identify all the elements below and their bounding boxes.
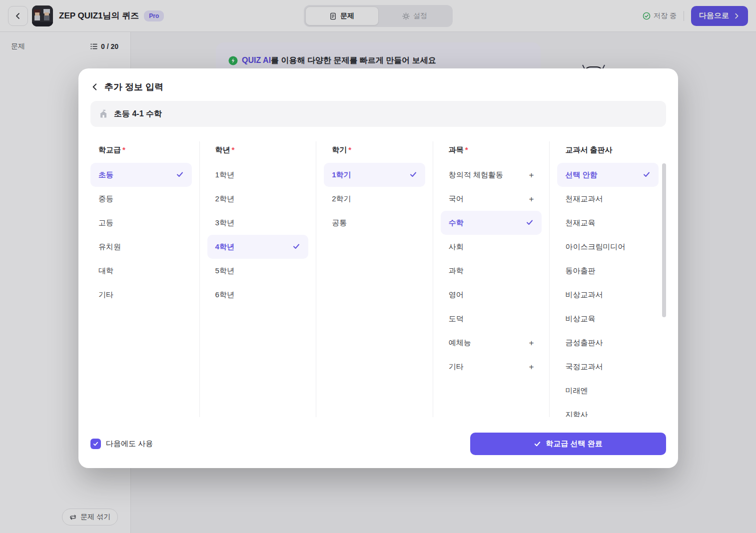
option-grade-5[interactable]: 6학년 xyxy=(207,283,309,307)
column-subject: 과목*창의적 체험활동+국어+수학사회과학영어도덕예체능+기타+ xyxy=(433,141,550,417)
option-label: 중등 xyxy=(98,194,113,204)
option-label: 미래엔 xyxy=(565,386,588,396)
column-semester: 학기*1학기2학기공통 xyxy=(316,141,433,417)
option-school-level-1[interactable]: 중등 xyxy=(90,187,192,211)
option-label: 국어 xyxy=(449,194,464,204)
required-asterisk: * xyxy=(122,145,125,154)
option-subject-6[interactable]: 도덕 xyxy=(441,307,542,331)
option-publisher-3[interactable]: 아이스크림미디어 xyxy=(557,235,659,259)
option-school-level-5[interactable]: 기타 xyxy=(90,283,192,307)
option-semester-0[interactable]: 1학기 xyxy=(324,163,425,187)
checkbox-checked-icon[interactable] xyxy=(90,439,101,449)
option-label: 고등 xyxy=(98,218,113,228)
check-icon xyxy=(526,218,534,226)
complete-selection-label: 학교급 선택 완료 xyxy=(546,439,602,449)
option-publisher-7[interactable]: 금성출판사 xyxy=(557,331,659,355)
option-publisher-6[interactable]: 비상교육 xyxy=(557,307,659,331)
option-label: 2학년 xyxy=(215,194,234,204)
check-icon xyxy=(176,170,184,178)
option-publisher-8[interactable]: 국정교과서 xyxy=(557,355,659,379)
additional-info-modal: 추가 정보 입력 초등 4-1 수학 학교급*초등중등고등유치원대학기타학년*1… xyxy=(78,68,678,468)
option-label: 비상교육 xyxy=(565,314,595,324)
required-asterisk: * xyxy=(232,145,235,154)
required-asterisk: * xyxy=(465,145,468,154)
option-label: 금성출판사 xyxy=(565,338,603,348)
option-school-level-3[interactable]: 유치원 xyxy=(90,235,192,259)
remember-checkbox-row[interactable]: 다음에도 사용 xyxy=(90,439,153,449)
option-publisher-2[interactable]: 천재교육 xyxy=(557,211,659,235)
required-asterisk: * xyxy=(348,145,351,154)
expand-plus-icon[interactable]: + xyxy=(529,195,534,203)
option-label: 2학기 xyxy=(332,194,351,204)
option-label: 기타 xyxy=(98,290,113,300)
column-header-publisher: 교과서 출판사 xyxy=(565,145,659,155)
option-subject-7[interactable]: 예체능+ xyxy=(441,331,542,355)
option-subject-2[interactable]: 수학 xyxy=(441,211,542,235)
option-publisher-9[interactable]: 미래엔 xyxy=(557,379,659,403)
option-label: 비상교과서 xyxy=(565,290,603,300)
option-publisher-5[interactable]: 비상교과서 xyxy=(557,283,659,307)
quiz-name-value: 초등 4-1 수학 xyxy=(114,109,162,119)
modal-back-button[interactable] xyxy=(90,82,99,91)
quiz-name-input[interactable]: 초등 4-1 수학 xyxy=(90,101,666,127)
option-label: 1학기 xyxy=(332,170,351,180)
option-subject-1[interactable]: 국어+ xyxy=(441,187,542,211)
option-label: 도덕 xyxy=(449,314,464,324)
option-label: 4학년 xyxy=(215,242,234,252)
option-semester-2[interactable]: 공통 xyxy=(324,211,425,235)
option-publisher-10[interactable]: 지학사 xyxy=(557,403,659,417)
scrollbar-thumb[interactable] xyxy=(662,163,666,317)
option-subject-5[interactable]: 영어 xyxy=(441,283,542,307)
option-grade-2[interactable]: 3학년 xyxy=(207,211,309,235)
modal-title: 추가 정보 입력 xyxy=(104,81,163,93)
option-label: 공통 xyxy=(332,218,347,228)
option-subject-4[interactable]: 과학 xyxy=(441,259,542,283)
option-label: 초등 xyxy=(98,170,113,180)
check-icon xyxy=(643,170,651,178)
expand-plus-icon[interactable]: + xyxy=(529,171,534,179)
option-publisher-1[interactable]: 천재교과서 xyxy=(557,187,659,211)
column-header-school-level: 학교급* xyxy=(98,145,192,155)
modal-header: 추가 정보 입력 xyxy=(78,68,678,101)
option-grade-3[interactable]: 4학년 xyxy=(207,235,309,259)
option-publisher-0[interactable]: 선택 안함 xyxy=(557,163,659,187)
option-label: 아이스크림미디어 xyxy=(565,242,625,252)
complete-selection-button[interactable]: 학교급 선택 완료 xyxy=(470,433,666,455)
option-publisher-4[interactable]: 동아출판 xyxy=(557,259,659,283)
option-label: 기타 xyxy=(449,362,464,372)
column-header-subject: 과목* xyxy=(449,145,542,155)
option-grade-0[interactable]: 1학년 xyxy=(207,163,309,187)
option-school-level-0[interactable]: 초등 xyxy=(90,163,192,187)
option-label: 천재교육 xyxy=(565,218,595,228)
column-header-grade: 학년* xyxy=(215,145,309,155)
check-icon xyxy=(292,242,300,250)
selection-columns: 학교급*초등중등고등유치원대학기타학년*1학년2학년3학년4학년5학년6학년학기… xyxy=(90,141,666,417)
expand-plus-icon[interactable]: + xyxy=(529,363,534,371)
option-label: 6학년 xyxy=(215,290,234,300)
column-header-semester: 학기* xyxy=(332,145,425,155)
option-subject-0[interactable]: 창의적 체험활동+ xyxy=(441,163,542,187)
column-publisher: 교과서 출판사선택 안함천재교과서천재교육아이스크림미디어동아출판비상교과서비상… xyxy=(549,141,666,417)
option-grade-1[interactable]: 2학년 xyxy=(207,187,309,211)
option-label: 동아출판 xyxy=(565,266,595,276)
option-school-level-4[interactable]: 대학 xyxy=(90,259,192,283)
check-icon xyxy=(534,440,541,448)
option-label: 수학 xyxy=(449,218,464,228)
school-icon xyxy=(98,109,108,119)
option-label: 1학년 xyxy=(215,170,234,180)
modal-footer: 다음에도 사용 학교급 선택 완료 xyxy=(90,433,666,455)
option-label: 천재교과서 xyxy=(565,194,603,204)
option-semester-1[interactable]: 2학기 xyxy=(324,187,425,211)
option-label: 사회 xyxy=(449,242,464,252)
option-subject-8[interactable]: 기타+ xyxy=(441,355,542,379)
option-label: 창의적 체험활동 xyxy=(449,170,503,180)
chevron-left-icon xyxy=(90,82,99,91)
option-label: 5학년 xyxy=(215,266,234,276)
option-label: 3학년 xyxy=(215,218,234,228)
option-school-level-2[interactable]: 고등 xyxy=(90,211,192,235)
option-grade-4[interactable]: 5학년 xyxy=(207,259,309,283)
option-subject-3[interactable]: 사회 xyxy=(441,235,542,259)
option-label: 선택 안함 xyxy=(565,170,597,180)
option-label: 대학 xyxy=(98,266,113,276)
expand-plus-icon[interactable]: + xyxy=(529,339,534,347)
